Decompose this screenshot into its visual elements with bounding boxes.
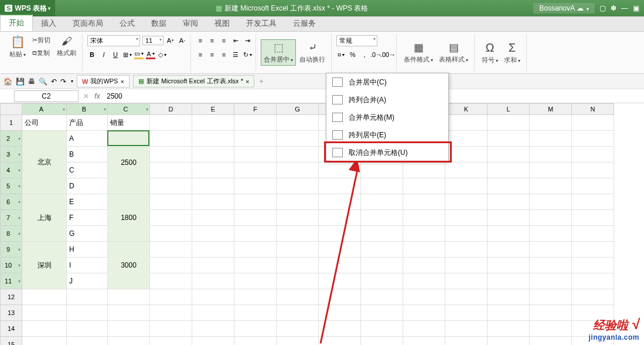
cell[interactable] — [488, 258, 530, 273]
cell[interactable] — [361, 226, 403, 242]
cell[interactable] — [530, 337, 572, 345]
cell[interactable] — [234, 210, 277, 226]
merged-cell[interactable]: 3000 — [108, 242, 150, 289]
cell[interactable] — [572, 226, 614, 242]
cell[interactable] — [22, 305, 67, 321]
cell[interactable] — [234, 289, 277, 305]
cell[interactable]: D — [67, 178, 108, 194]
underline-button[interactable]: U — [111, 50, 120, 59]
merge-center-button[interactable]: ⬚ 合并居中▾ — [261, 39, 296, 66]
column-header[interactable]: G — [277, 103, 319, 115]
border-button[interactable]: ⊞▾ — [122, 50, 132, 59]
user-badge[interactable]: BossanovA ☁ ▾ — [533, 3, 595, 13]
header-cell[interactable]: 公司 — [22, 115, 67, 131]
cell[interactable] — [361, 163, 403, 178]
cell[interactable] — [192, 163, 234, 178]
cell[interactable] — [277, 147, 319, 163]
row-header[interactable]: 2 — [0, 131, 22, 147]
cell[interactable] — [150, 321, 192, 337]
cell[interactable] — [192, 131, 234, 147]
cell[interactable] — [572, 258, 614, 273]
row-header[interactable]: 10 — [0, 258, 22, 273]
cell[interactable] — [445, 226, 488, 242]
cell[interactable] — [192, 147, 234, 163]
cell[interactable] — [530, 178, 572, 194]
maximize-icon[interactable]: ▣ — [633, 4, 639, 12]
cell[interactable] — [234, 321, 277, 337]
cell[interactable] — [445, 131, 488, 147]
fill-color-button[interactable]: ▭▾ — [134, 50, 144, 59]
merge-distribute-icon[interactable]: ☰ — [231, 50, 240, 59]
bold-button[interactable]: B — [87, 50, 97, 59]
currency-icon[interactable]: ¤▾ — [336, 50, 346, 59]
cell[interactable]: B — [67, 147, 108, 163]
cell[interactable] — [530, 273, 572, 289]
font-size-select[interactable]: 11 — [142, 36, 163, 45]
symbol-button[interactable]: Ω 符号▾ — [479, 34, 500, 71]
cell[interactable] — [361, 273, 403, 289]
cell[interactable] — [192, 258, 234, 273]
cell[interactable] — [361, 305, 403, 321]
cancel-icon[interactable]: ✕ — [81, 92, 91, 100]
indent-right-icon[interactable]: ⇥ — [243, 36, 252, 45]
cell[interactable] — [530, 242, 572, 258]
align-bottom-icon[interactable]: ≡ — [219, 36, 229, 45]
decrease-font-icon[interactable]: A- — [178, 36, 187, 45]
row-header[interactable]: 3 — [0, 147, 22, 163]
cell[interactable] — [150, 131, 192, 147]
row-header[interactable]: 9 — [0, 242, 22, 258]
redo-icon[interactable]: ↷ — [60, 77, 66, 86]
cell[interactable] — [530, 131, 572, 147]
cell[interactable] — [277, 337, 319, 345]
cell[interactable] — [488, 226, 530, 242]
cell[interactable] — [488, 163, 530, 178]
row-header[interactable]: 6 — [0, 194, 22, 210]
cell[interactable] — [150, 178, 192, 194]
tab-页面布局[interactable]: 页面布局 — [64, 16, 111, 31]
column-header[interactable]: B — [67, 103, 108, 115]
merged-cell[interactable]: 上海 — [22, 194, 67, 242]
cell[interactable]: E — [67, 194, 108, 210]
cell[interactable] — [572, 115, 614, 131]
format-painter-button[interactable]: 🖌 格式刷 — [54, 34, 79, 59]
cell[interactable]: C — [67, 163, 108, 178]
table-style-button[interactable]: ▤ 表格样式▾ — [437, 34, 471, 71]
increase-font-icon[interactable]: A+ — [166, 36, 175, 45]
merged-cell[interactable]: 北京 — [22, 131, 67, 194]
cell[interactable] — [108, 289, 150, 305]
cell[interactable]: F — [67, 210, 108, 226]
orientation-icon[interactable]: ↻▾ — [243, 50, 252, 59]
cell[interactable] — [150, 194, 192, 210]
cell[interactable] — [150, 147, 192, 163]
cell[interactable] — [488, 337, 530, 345]
italic-button[interactable]: I — [99, 50, 108, 59]
cell[interactable] — [319, 226, 361, 242]
cell[interactable] — [488, 147, 530, 163]
cell[interactable] — [488, 321, 530, 337]
cell[interactable] — [488, 131, 530, 147]
cell[interactable] — [572, 210, 614, 226]
restore-icon[interactable]: ▢ — [599, 4, 606, 12]
cell[interactable] — [277, 115, 319, 131]
cell[interactable] — [530, 163, 572, 178]
cell[interactable] — [530, 321, 572, 337]
align-top-icon[interactable]: ≡ — [196, 36, 205, 45]
cell[interactable] — [530, 258, 572, 273]
cell[interactable] — [572, 163, 614, 178]
cell[interactable] — [445, 305, 488, 321]
column-header[interactable]: K — [445, 103, 488, 115]
print-icon[interactable]: 🖶 — [28, 77, 35, 86]
wrap-text-button[interactable]: ⤶ 自动换行 — [297, 41, 328, 64]
cell[interactable]: H — [67, 242, 108, 258]
home-icon[interactable]: 🏠 — [4, 77, 12, 86]
font-name-select[interactable]: 宋体 — [87, 35, 140, 46]
cell[interactable] — [403, 210, 445, 226]
row-header[interactable]: 13 — [0, 305, 22, 321]
cell[interactable] — [234, 258, 277, 273]
menu-item-4[interactable]: 取消合并单元格(U) — [326, 144, 448, 161]
cell[interactable] — [234, 163, 277, 178]
cell[interactable] — [530, 226, 572, 242]
cell[interactable] — [488, 178, 530, 194]
cell[interactable] — [150, 163, 192, 178]
document-tab[interactable]: ▦ 新建 Microsoft Excel 工作表.xlsx * × — [133, 75, 254, 87]
